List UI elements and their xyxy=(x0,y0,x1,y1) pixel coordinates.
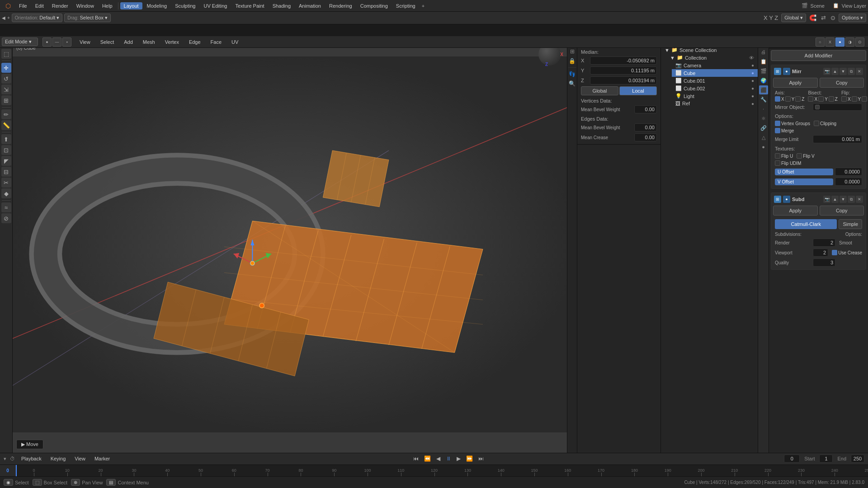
outliner-cube002[interactable]: ⬜ Cube.002 ● xyxy=(672,84,758,92)
grid-icon[interactable]: ⊞ xyxy=(568,47,576,56)
next-frame-btn[interactable]: ⏩ xyxy=(465,455,474,463)
help-menu[interactable]: Help xyxy=(99,2,116,9)
play-btn[interactable]: ▶ xyxy=(456,455,462,463)
axis-x-checkbox[interactable] xyxy=(775,96,780,102)
add-workspace[interactable]: + xyxy=(422,3,425,9)
workspace-sculpting[interactable]: Sculpting xyxy=(171,2,199,9)
mirror-down-btn[interactable]: ▼ xyxy=(840,68,847,75)
proportional-icon[interactable]: ⊙ xyxy=(829,14,837,22)
axis-z-checkbox[interactable] xyxy=(795,96,801,102)
y-value[interactable]: 0.11195 m xyxy=(590,66,657,75)
workspace-texture-paint[interactable]: Texture Paint xyxy=(231,2,268,9)
clipping-checkbox[interactable] xyxy=(814,121,819,126)
merge-checkbox[interactable] xyxy=(775,128,780,133)
smooth-tool[interactable]: ≈ xyxy=(1,202,11,212)
subd-up-btn[interactable]: ▲ xyxy=(831,196,839,203)
bisect-z-checkbox[interactable] xyxy=(829,96,834,102)
keying-menu[interactable]: Keying xyxy=(48,455,69,462)
scene-props-icon[interactable]: 🎬 xyxy=(759,66,768,75)
bevel-tool[interactable]: ◤ xyxy=(1,156,11,166)
modifier-props-icon[interactable]: 🔧 xyxy=(759,95,768,104)
extrude-tool[interactable]: ⬆ xyxy=(1,134,11,144)
edit-mode-dropdown[interactable]: Edit Mode ▾ xyxy=(2,38,38,46)
v-offset-field[interactable]: V Offset xyxy=(775,178,833,185)
add-modifier-btn[interactable]: Add Modifier xyxy=(771,50,866,61)
view-menu-tl[interactable]: View xyxy=(72,455,88,462)
measure-tool[interactable]: 📏 xyxy=(1,120,11,130)
view-tool-icon[interactable]: 🔍 xyxy=(568,80,576,88)
blender-menu[interactable]: ⬡ xyxy=(2,1,14,10)
options-dropdown[interactable]: Options ▾ xyxy=(839,14,866,22)
flip-z-checkbox[interactable] xyxy=(862,96,867,102)
quality-value[interactable]: 3 xyxy=(813,258,835,267)
bisect-x-checkbox[interactable] xyxy=(808,96,813,102)
mirror-duplicate-btn[interactable]: ⧉ xyxy=(848,68,855,75)
edit-menu[interactable]: Edit xyxy=(32,2,47,9)
mean-crease-value[interactable]: 0.00 xyxy=(634,133,657,141)
timeline-ruler[interactable]: 0102030405060708090100110120130140150160… xyxy=(16,465,868,476)
flip-u-checkbox[interactable] xyxy=(775,153,780,159)
window-menu[interactable]: Window xyxy=(73,2,98,9)
timeline-clock[interactable]: ⏱ xyxy=(10,456,15,461)
skip-end-btn[interactable]: ⏭ xyxy=(477,455,485,463)
use-crease-checkbox[interactable] xyxy=(832,250,837,255)
knife-tool[interactable]: ✂ xyxy=(1,178,11,188)
vertex-groups-checkbox[interactable] xyxy=(775,121,780,126)
add-menu-btn[interactable]: Add xyxy=(120,38,137,46)
global-dropdown[interactable]: Global ▾ xyxy=(781,14,806,22)
select-tool[interactable]: ⬚ xyxy=(1,49,11,59)
vert-select[interactable]: ● xyxy=(42,38,52,47)
x-value[interactable]: -0.050692 m xyxy=(590,56,657,65)
workspace-shading[interactable]: Shading xyxy=(269,2,294,9)
mirror-apply-btn[interactable]: Apply xyxy=(773,78,818,88)
overlay-toggle[interactable]: ○ xyxy=(816,38,825,47)
outliner-ref[interactable]: 🖼 Ref ● xyxy=(672,100,758,107)
outliner-collection[interactable]: ▼ 📁 Collection 👁 xyxy=(666,54,758,61)
annotate-tool[interactable]: ✏ xyxy=(1,109,11,119)
workspace-layout[interactable]: Layout xyxy=(120,2,142,9)
start-frame[interactable]: 1 xyxy=(819,455,833,463)
view-lock-icon[interactable]: 🔒 xyxy=(568,57,576,65)
solid-view[interactable]: ● xyxy=(835,38,844,47)
outliner-cube001[interactable]: ⬜ Cube.001 ● xyxy=(672,77,758,84)
flip-v-checkbox[interactable] xyxy=(797,153,802,159)
outliner-camera[interactable]: 📷 Camera ● xyxy=(672,61,758,69)
playback-menu[interactable]: Playback xyxy=(19,455,44,462)
render-view[interactable]: ⊙ xyxy=(855,38,864,47)
mirror-close-btn[interactable]: ✕ xyxy=(856,68,863,75)
u-offset-field[interactable]: U Offset xyxy=(775,169,833,175)
stop-btn[interactable]: ⏸ xyxy=(445,455,452,463)
snap-icon[interactable]: 🧲 xyxy=(808,14,818,22)
timeline-expand[interactable]: ▾ xyxy=(4,456,6,462)
mirror-camera-btn[interactable]: 📷 xyxy=(823,68,830,75)
workspace-scripting[interactable]: Scripting xyxy=(392,2,419,9)
subd-camera-btn[interactable]: 📷 xyxy=(823,196,830,203)
prev-frame-btn[interactable]: ⏪ xyxy=(423,455,432,463)
end-frame[interactable]: 250 xyxy=(851,455,864,463)
view-layer-props-icon[interactable]: 📋 xyxy=(759,57,768,66)
flip-udim-checkbox[interactable] xyxy=(775,160,780,166)
mirror-vis-icon[interactable]: ● xyxy=(783,68,790,75)
world-props-icon[interactable]: 🌍 xyxy=(759,76,768,85)
face-menu-btn[interactable]: Face xyxy=(207,38,225,46)
xray-toggle2[interactable]: X xyxy=(826,38,835,47)
play-back-btn[interactable]: ◀ xyxy=(435,455,441,463)
move-tool[interactable]: ✛ xyxy=(1,63,11,73)
skip-start-btn[interactable]: ⏮ xyxy=(412,455,420,463)
loop-cut-tool[interactable]: ⊟ xyxy=(1,167,11,177)
viewport-value[interactable]: 2 xyxy=(813,249,828,257)
physics-props-icon[interactable]: ⚛ xyxy=(759,114,768,123)
z-value[interactable]: 0.003194 m xyxy=(590,76,657,84)
render-menu[interactable]: Render xyxy=(48,2,72,9)
mean-bevel-e-value[interactable]: 0.00 xyxy=(634,123,657,131)
workspace-modeling[interactable]: Modeling xyxy=(143,2,171,9)
inset-tool[interactable]: ⊡ xyxy=(1,145,11,155)
scale-tool[interactable]: ⇲ xyxy=(1,84,11,94)
data-props-icon[interactable]: △ xyxy=(759,133,768,142)
simple-btn[interactable]: Simple xyxy=(839,219,862,229)
outliner-light[interactable]: 💡 Light ● xyxy=(672,92,758,100)
file-menu[interactable]: File xyxy=(15,2,31,9)
v-offset-value[interactable]: 0.0000 xyxy=(835,178,862,186)
relax-tool[interactable]: ⊘ xyxy=(1,213,11,223)
subd-close-btn[interactable]: ✕ xyxy=(856,196,863,203)
